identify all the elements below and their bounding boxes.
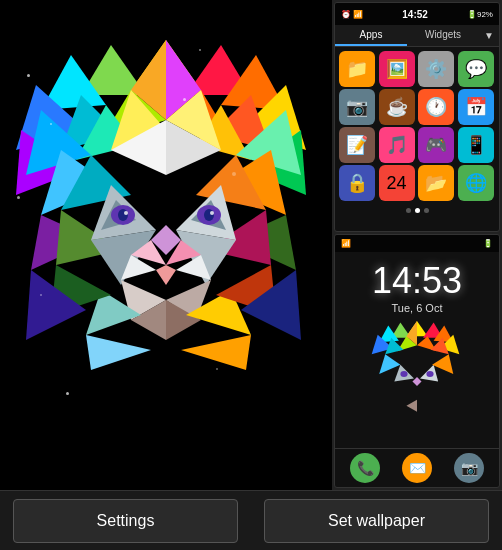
main-layout: ⏰ 📶 14:52 🔋92% Apps Widgets ▼ 📁 🖼️ ⚙️ 💬 … xyxy=(0,0,502,490)
svg-point-76 xyxy=(426,371,433,377)
messaging-icon[interactable]: 💬 xyxy=(458,51,494,87)
camera2-icon[interactable]: 📷 xyxy=(454,453,484,483)
home-tabs: Apps Widgets ▼ xyxy=(335,25,499,47)
svg-marker-79 xyxy=(379,354,400,374)
settings-button[interactable]: Settings xyxy=(13,499,239,543)
app5-icon[interactable]: 🌐 xyxy=(458,165,494,201)
svg-point-40 xyxy=(204,209,214,221)
right-panel: ⏰ 📶 14:52 🔋92% Apps Widgets ▼ 📁 🖼️ ⚙️ 💬 … xyxy=(332,0,502,490)
svg-point-41 xyxy=(124,211,128,215)
docs-icon[interactable]: 📝 xyxy=(339,127,375,163)
calendar-icon[interactable]: 📅 xyxy=(458,89,494,125)
lion-preview-section xyxy=(0,0,332,490)
down-arrow-icon: ▼ xyxy=(479,25,499,46)
phone-icon[interactable]: 📞 xyxy=(350,453,380,483)
svg-point-39 xyxy=(118,209,128,221)
dot-1 xyxy=(406,208,411,213)
svg-point-42 xyxy=(210,211,214,215)
email-icon[interactable]: ✉️ xyxy=(402,453,432,483)
lock-status-bar: 📶 🔋 xyxy=(335,235,499,252)
gallery-icon[interactable]: 🖼️ xyxy=(379,51,415,87)
svg-marker-55 xyxy=(86,335,151,370)
camera-icon[interactable]: 📷 xyxy=(339,89,375,125)
home-screen-preview: ⏰ 📶 14:52 🔋92% Apps Widgets ▼ 📁 🖼️ ⚙️ 💬 … xyxy=(334,2,500,232)
lock-lion-preview xyxy=(335,318,499,448)
badge-icon[interactable]: 24 xyxy=(379,165,415,201)
set-wallpaper-button[interactable]: Set wallpaper xyxy=(264,499,490,543)
app-grid: 📁 🖼️ ⚙️ 💬 📷 ☕ 🕐 📅 📝 🎵 🎮 📱 🔒 24 📂 🌐 xyxy=(335,47,499,205)
lock-status-left: 📶 xyxy=(341,239,351,248)
lock-screen-preview: 📶 🔋 14:53 Tue, 6 Oct xyxy=(334,234,500,488)
dot-2 xyxy=(415,208,420,213)
page-dots xyxy=(335,205,499,216)
folder-icon[interactable]: 📂 xyxy=(418,165,454,201)
lock-status-right: 🔋 xyxy=(483,239,493,248)
app4-icon[interactable]: 📱 xyxy=(458,127,494,163)
settings-icon[interactable]: ⚙️ xyxy=(418,51,454,87)
music-icon[interactable]: 🎵 xyxy=(379,127,415,163)
home-time: 14:52 xyxy=(402,9,428,20)
lock-bottom-icons: 📞 ✉️ 📷 xyxy=(335,448,499,487)
myfiles-icon[interactable]: 📁 xyxy=(339,51,375,87)
app3-icon[interactable]: 🎮 xyxy=(418,127,454,163)
svg-marker-78 xyxy=(406,400,417,412)
bottom-bar: Settings Set wallpaper xyxy=(0,490,502,550)
dot-3 xyxy=(424,208,429,213)
tab-apps[interactable]: Apps xyxy=(335,25,407,46)
home-status-bar: ⏰ 📶 14:52 🔋92% xyxy=(335,3,499,25)
lock-date: Tue, 6 Oct xyxy=(335,302,499,314)
svg-point-75 xyxy=(400,371,407,377)
clock-icon[interactable]: 🕐 xyxy=(418,89,454,125)
tab-widgets[interactable]: Widgets xyxy=(407,25,479,46)
status-icons-right: 🔋92% xyxy=(467,10,493,19)
svg-marker-56 xyxy=(181,335,251,370)
lock-time: 14:53 xyxy=(335,260,499,302)
status-icons-left: ⏰ 📶 xyxy=(341,10,363,19)
lion-svg xyxy=(11,30,321,460)
security-icon[interactable]: 🔒 xyxy=(339,165,375,201)
svg-marker-48 xyxy=(156,265,176,285)
coffee-icon[interactable]: ☕ xyxy=(379,89,415,125)
